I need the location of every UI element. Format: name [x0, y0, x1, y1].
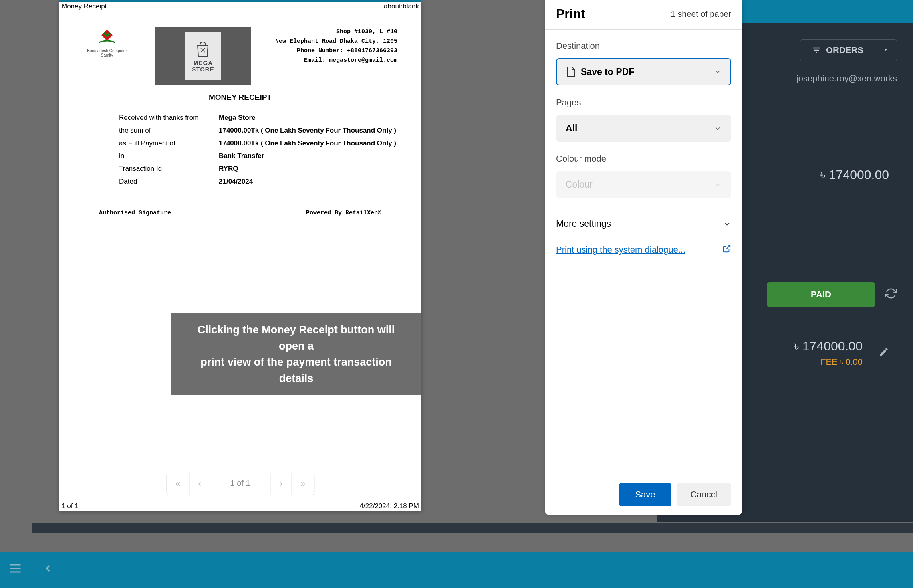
- save-button[interactable]: Save: [619, 483, 671, 506]
- system-dialogue-link[interactable]: Print using the system dialogue...: [556, 245, 685, 255]
- fee-amount: ৳ 174000.00: [794, 339, 863, 354]
- pages-value: All: [566, 123, 577, 134]
- edit-icon[interactable]: [879, 347, 889, 360]
- colour-mode-select: Colour: [556, 171, 731, 198]
- receipt-row-label: the sum of: [119, 127, 219, 135]
- print-dialog: Print 1 sheet of paper Destination Save …: [545, 0, 742, 515]
- colour-mode-label: Colour mode: [556, 154, 731, 164]
- chevron-down-icon: [723, 220, 731, 228]
- pages-label: Pages: [556, 97, 731, 108]
- save-button-label: Save: [635, 489, 655, 499]
- gray-strip-mid: [421, 0, 545, 511]
- pager-text: 1 of 1: [210, 473, 270, 495]
- mega-text: MEGA: [193, 59, 213, 66]
- orders-button-label: ORDERS: [826, 45, 863, 55]
- association-logo: Bangladesh Computer Samity: [83, 27, 131, 57]
- chevron-down-icon: [882, 46, 889, 53]
- paid-button-label: PAID: [811, 289, 831, 299]
- store-shop: Shop #1030, L #10: [275, 27, 397, 37]
- receipt-row-value: Mega Store: [219, 114, 256, 122]
- receipt-title: MONEY RECEIPT: [83, 93, 397, 102]
- store-logo: MEGASTORE: [155, 27, 251, 85]
- preview-header-url: about:blank: [384, 2, 419, 10]
- callout-line2: print view of the payment transaction de…: [186, 354, 406, 386]
- file-icon: [566, 66, 575, 77]
- pages-select[interactable]: All: [556, 115, 731, 142]
- authorised-signature: Authorised Signature: [99, 210, 171, 216]
- callout-line1: Clicking the Money Receipt button will o…: [186, 322, 406, 354]
- cancel-button-label: Cancel: [691, 489, 718, 499]
- bag-icon: [193, 40, 213, 57]
- store-text: STORE: [192, 66, 214, 73]
- receipt-row: Received with thanks fromMega Store: [119, 114, 397, 122]
- receipt-row-value: 21/04/2024: [219, 178, 253, 186]
- orders-button[interactable]: ORDERS: [800, 39, 875, 61]
- paid-button[interactable]: PAID: [767, 282, 875, 307]
- receipt-row: as Full Payment of174000.00Tk ( One Lakh…: [119, 139, 397, 147]
- page-navigator: « ‹ 1 of 1 › »: [166, 473, 314, 495]
- receipt-row-label: Received with thanks from: [119, 114, 219, 122]
- powered-by: Powered By RetailXen®: [306, 210, 381, 216]
- orders-dropdown-button[interactable]: [875, 39, 897, 61]
- total-amount: ৳ 174000.00: [820, 168, 889, 182]
- destination-label: Destination: [556, 41, 731, 51]
- back-icon[interactable]: [42, 560, 54, 580]
- receipt-row-label: in: [119, 152, 219, 160]
- receipt-row: Transaction IdRYRQ: [119, 165, 397, 173]
- chevron-down-icon: [714, 181, 722, 189]
- annotation-callout: Clicking the Money Receipt button will o…: [171, 313, 421, 395]
- store-address: New Elephant Road Dhaka City, 1205: [275, 37, 397, 46]
- print-preview-page: Money Receipt about:blank Bangladesh Com…: [59, 2, 421, 511]
- sheet-count: 1 sheet of paper: [671, 9, 731, 19]
- receipt-row-label: Transaction Id: [119, 165, 219, 173]
- more-settings-toggle[interactable]: More settings: [556, 210, 731, 237]
- receipt-row-value: RYRQ: [219, 165, 238, 173]
- store-info: Shop #1030, L #10 New Elephant Road Dhak…: [275, 27, 397, 65]
- chevron-down-icon: [714, 125, 722, 133]
- preview-footer-timestamp: 4/22/2024, 2:18 PM: [360, 502, 419, 510]
- pager-last-button[interactable]: »: [292, 473, 314, 495]
- pager-next-button[interactable]: ›: [271, 473, 292, 495]
- chevron-down-icon: [714, 68, 722, 76]
- filter-icon: [812, 46, 821, 55]
- print-dialog-title: Print: [556, 6, 585, 21]
- receipt-row-label: Dated: [119, 178, 219, 186]
- association-caption: Bangladesh Computer Samity: [83, 49, 131, 57]
- store-email: Email: megastore@gmail.com: [275, 56, 397, 65]
- receipt-rows: Received with thanks fromMega Store the …: [83, 114, 397, 186]
- destination-value: Save to PDF: [581, 67, 634, 77]
- refresh-icon[interactable]: [885, 287, 897, 302]
- preview-footer-pages: 1 of 1: [62, 502, 79, 510]
- cancel-button[interactable]: Cancel: [677, 483, 731, 506]
- receipt-row-value: 174000.00Tk ( One Lakh Seventy Four Thou…: [219, 139, 396, 147]
- receipt-row: the sum of174000.00Tk ( One Lakh Seventy…: [119, 127, 397, 135]
- hamburger-icon[interactable]: [8, 561, 22, 579]
- more-settings-label: More settings: [556, 218, 611, 229]
- receipt-row-value: 174000.00Tk ( One Lakh Seventy Four Thou…: [219, 127, 396, 135]
- fee-label: FEE ৳ 0.00: [794, 357, 863, 367]
- pager-first-button[interactable]: «: [167, 473, 189, 495]
- store-phone: Phone Number: +8801767366293: [275, 46, 397, 56]
- destination-select[interactable]: Save to PDF: [556, 58, 731, 85]
- gray-strip-left: [0, 0, 59, 511]
- receipt-row-label: as Full Payment of: [119, 139, 219, 147]
- colour-mode-value: Colour: [566, 179, 593, 190]
- receipt-row: inBank Transfer: [119, 152, 397, 160]
- external-link-icon: [722, 244, 731, 255]
- receipt-row-value: Bank Transfer: [219, 152, 264, 160]
- dark-separator-strip: [32, 523, 913, 533]
- pager-prev-button[interactable]: ‹: [189, 473, 210, 495]
- teal-bottom-bar: [0, 552, 913, 588]
- preview-header-title: Money Receipt: [62, 2, 107, 10]
- receipt-row: Dated21/04/2024: [119, 178, 397, 186]
